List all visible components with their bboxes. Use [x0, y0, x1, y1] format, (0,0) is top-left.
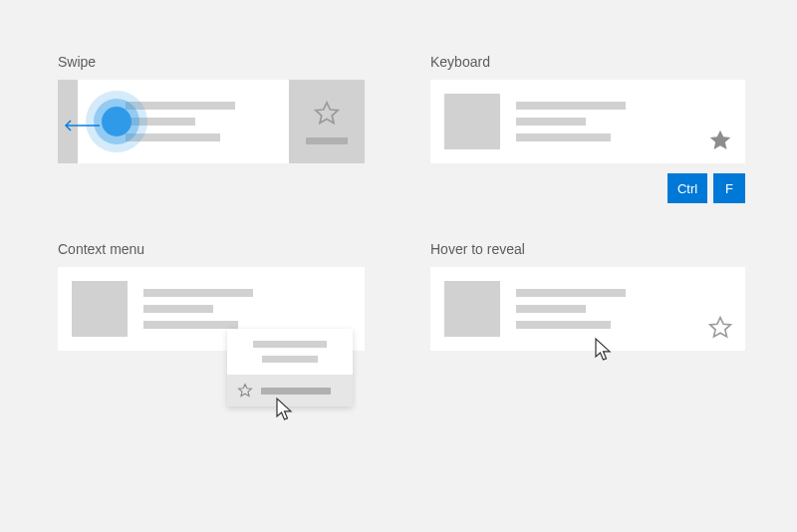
context-menu-popup[interactable] — [227, 329, 353, 406]
star-filled-icon[interactable] — [707, 128, 733, 153]
hover-section: Hover to reveal — [430, 241, 745, 351]
placeholder-line — [143, 305, 213, 313]
touch-point-icon — [102, 107, 132, 136]
placeholder-line — [126, 133, 220, 141]
context-menu-item-label — [261, 388, 331, 395]
placeholder-line — [516, 289, 626, 297]
thumbnail-placeholder — [72, 281, 128, 337]
star-outline-icon — [237, 383, 253, 399]
context-menu-item[interactable] — [253, 341, 327, 348]
placeholder-line — [516, 133, 611, 141]
star-outline-icon — [313, 100, 341, 128]
swipe-card[interactable] — [58, 80, 365, 163]
hover-label: Hover to reveal — [430, 241, 745, 257]
context-menu-items — [227, 329, 353, 375]
context-menu-section: Context menu — [58, 241, 365, 351]
placeholder-lines — [126, 102, 235, 141]
swipe-right-action[interactable] — [289, 80, 365, 163]
placeholder-line — [516, 321, 611, 329]
cursor-icon — [275, 397, 295, 426]
keyboard-label: Keyboard — [430, 54, 745, 70]
cursor-icon — [594, 337, 614, 367]
action-label-bar — [306, 137, 348, 144]
placeholder-line — [143, 289, 253, 297]
placeholder-line — [126, 102, 235, 110]
keyboard-card — [430, 80, 745, 163]
arrow-left-icon — [64, 118, 100, 135]
placeholder-line — [516, 305, 586, 313]
placeholder-line — [516, 102, 626, 110]
hover-card[interactable] — [430, 267, 745, 351]
placeholder-line — [143, 321, 238, 329]
swipe-section: Swipe — [58, 54, 365, 163]
placeholder-lines — [516, 289, 626, 329]
key-ctrl: Ctrl — [667, 173, 707, 203]
placeholder-line — [126, 118, 195, 126]
swipe-label: Swipe — [58, 54, 365, 70]
keyboard-shortcut: Ctrl F — [430, 173, 745, 203]
thumbnail-placeholder — [444, 281, 500, 337]
key-f: F — [713, 173, 745, 203]
keyboard-section: Keyboard Ctrl F — [430, 54, 745, 203]
placeholder-line — [516, 118, 586, 126]
star-outline-icon[interactable] — [707, 315, 733, 341]
context-menu-label: Context menu — [58, 241, 365, 257]
placeholder-lines — [516, 102, 626, 141]
placeholder-lines — [143, 289, 253, 329]
thumbnail-placeholder — [444, 94, 500, 149]
context-menu-item[interactable] — [262, 356, 318, 363]
